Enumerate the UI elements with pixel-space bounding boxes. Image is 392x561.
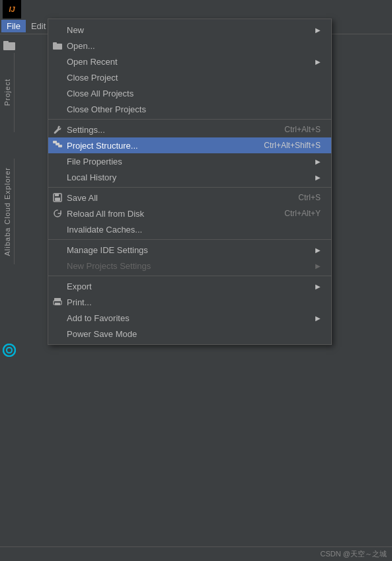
menu-item-manage-ide-label: Manage IDE Settings bbox=[67, 245, 310, 255]
print-icon bbox=[52, 297, 63, 307]
menu-item-file-properties-label: File Properties bbox=[67, 157, 310, 167]
menu-file[interactable]: File bbox=[1, 20, 26, 32]
status-bar: CSDN @天空～之城 bbox=[0, 546, 392, 561]
save-icon bbox=[52, 192, 63, 203]
menu-item-save-all[interactable]: Save All Ctrl+S bbox=[48, 190, 331, 206]
divider-4 bbox=[48, 276, 331, 276]
menu-item-print[interactable]: Print... bbox=[48, 294, 331, 310]
menu-item-settings-label: Settings... bbox=[67, 125, 271, 135]
svg-point-14 bbox=[59, 302, 60, 303]
menu-item-add-favorites-label: Add to Favorites bbox=[67, 313, 310, 323]
file-properties-arrow-icon: ▶ bbox=[315, 158, 321, 165]
save-all-shortcut: Ctrl+S bbox=[298, 193, 321, 202]
alibaba-panel-tab[interactable]: Alibaba Cloud Explorer bbox=[0, 159, 15, 264]
menu-item-close-all-label: Close All Projects bbox=[67, 89, 321, 98]
manage-ide-arrow-icon: ▶ bbox=[315, 246, 321, 254]
menu-item-export-label: Export bbox=[67, 281, 310, 291]
menu-item-close-project[interactable]: Close Project bbox=[48, 69, 331, 85]
project-label: Project bbox=[3, 79, 11, 106]
file-dropdown-menu: New ▶ Open... Open Recent ▶ Close Projec… bbox=[48, 19, 332, 345]
menu-item-local-history-label: Local History bbox=[67, 172, 310, 182]
project-structure-icon bbox=[52, 140, 63, 151]
divider-2 bbox=[48, 187, 331, 188]
menu-item-new-projects-settings: New Projects Settings ▶ bbox=[48, 258, 331, 274]
svg-rect-7 bbox=[58, 145, 62, 147]
menu-item-power-save-label: Power Save Mode bbox=[67, 329, 321, 339]
menu-item-invalidate[interactable]: Invalidate Caches... bbox=[48, 221, 331, 237]
menu-item-reload-label: Reload All from Disk bbox=[67, 209, 271, 219]
menu-item-reload[interactable]: Reload All from Disk Ctrl+Alt+Y bbox=[48, 206, 331, 221]
menu-item-project-structure-label: Project Structure... bbox=[67, 141, 251, 151]
divider-3 bbox=[48, 239, 331, 240]
svg-rect-10 bbox=[55, 198, 60, 201]
menu-item-invalidate-label: Invalidate Caches... bbox=[67, 225, 321, 235]
local-history-arrow-icon: ▶ bbox=[315, 174, 321, 181]
menu-item-close-other[interactable]: Close Other Projects bbox=[48, 101, 331, 117]
ide-logo: IJ bbox=[3, 0, 21, 19]
status-text: CSDN @天空～之城 bbox=[321, 549, 387, 559]
svg-point-2 bbox=[3, 344, 15, 356]
alibaba-label: Alibaba Cloud Explorer bbox=[3, 167, 11, 256]
ide-frame: IJ File Edit View Navigate Code Analyze … bbox=[0, 0, 392, 561]
menu-item-file-properties[interactable]: File Properties ▶ bbox=[48, 153, 331, 169]
sync-icon[interactable] bbox=[3, 344, 16, 360]
title-bar: IJ bbox=[0, 0, 392, 19]
menu-item-close-other-label: Close Other Projects bbox=[67, 104, 321, 114]
menu-item-export[interactable]: Export ▶ bbox=[48, 278, 331, 294]
new-projects-arrow-icon: ▶ bbox=[315, 262, 321, 270]
menu-item-new[interactable]: New ▶ bbox=[48, 22, 331, 38]
reload-icon bbox=[52, 208, 63, 219]
svg-rect-4 bbox=[53, 42, 57, 45]
menu-item-settings[interactable]: Settings... Ctrl+Alt+S bbox=[48, 122, 331, 137]
svg-rect-13 bbox=[55, 303, 60, 305]
reload-shortcut: Ctrl+Alt+Y bbox=[284, 209, 321, 218]
menu-item-close-project-label: Close Project bbox=[67, 73, 321, 83]
open-recent-arrow-icon: ▶ bbox=[315, 58, 321, 65]
menu-item-close-all[interactable]: Close All Projects bbox=[48, 85, 331, 101]
menu-item-open-recent-label: Open Recent bbox=[67, 57, 310, 67]
wrench-icon bbox=[52, 124, 63, 135]
add-favorites-arrow-icon: ▶ bbox=[315, 315, 321, 322]
menu-item-new-projects-label: New Projects Settings bbox=[67, 261, 310, 271]
menu-item-open-label: Open... bbox=[67, 41, 321, 51]
project-structure-shortcut: Ctrl+Alt+Shift+S bbox=[264, 141, 321, 150]
svg-rect-9 bbox=[55, 194, 59, 196]
divider-1 bbox=[48, 119, 331, 120]
menu-item-new-label: New bbox=[67, 25, 310, 35]
menu-item-power-save[interactable]: Power Save Mode bbox=[48, 326, 331, 342]
menu-item-open[interactable]: Open... bbox=[48, 38, 331, 54]
menu-item-project-structure[interactable]: Project Structure... Ctrl+Alt+Shift+S bbox=[48, 137, 331, 153]
open-folder-icon bbox=[52, 40, 63, 51]
project-panel-tab[interactable]: Project bbox=[0, 53, 15, 132]
svg-rect-1 bbox=[3, 41, 9, 44]
menu-item-open-recent[interactable]: Open Recent ▶ bbox=[48, 54, 331, 69]
new-arrow-icon: ▶ bbox=[315, 26, 321, 34]
sidebar-folder-icon[interactable] bbox=[3, 38, 16, 54]
menu-item-save-all-label: Save All bbox=[67, 193, 285, 203]
menu-item-local-history[interactable]: Local History ▶ bbox=[48, 169, 331, 185]
menu-item-add-favorites[interactable]: Add to Favorites ▶ bbox=[48, 310, 331, 326]
menu-item-manage-ide[interactable]: Manage IDE Settings ▶ bbox=[48, 242, 331, 258]
settings-shortcut: Ctrl+Alt+S bbox=[284, 125, 321, 134]
export-arrow-icon: ▶ bbox=[315, 283, 321, 290]
logo-text: IJ bbox=[9, 5, 15, 13]
menu-item-print-label: Print... bbox=[67, 297, 321, 307]
